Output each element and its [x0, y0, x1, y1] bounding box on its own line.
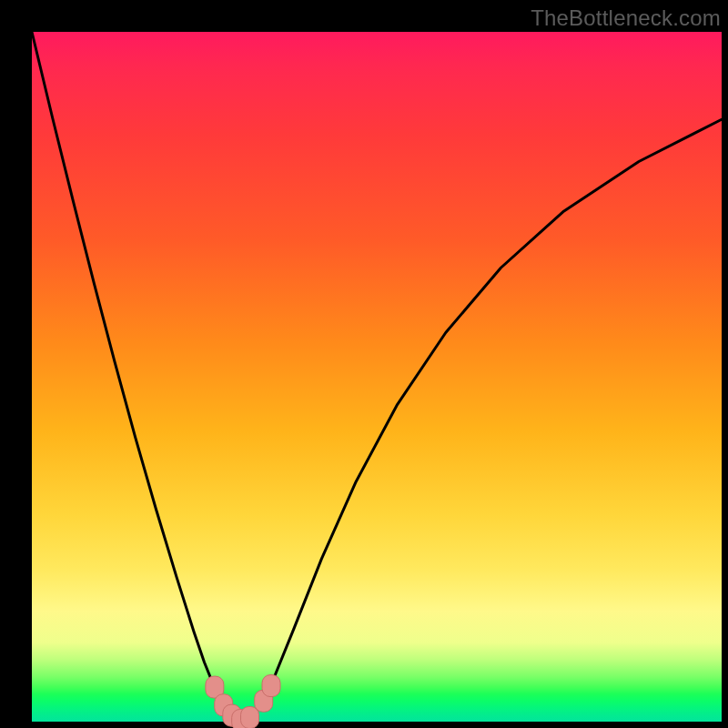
bottleneck-curve — [32, 32, 722, 721]
chart-overlay — [32, 32, 722, 722]
chart-frame: TheBottleneck.com — [0, 0, 728, 728]
curve-marker — [262, 675, 280, 697]
curve-marker — [241, 706, 259, 728]
watermark-text: TheBottleneck.com — [531, 5, 721, 31]
curve-markers — [206, 675, 280, 728]
